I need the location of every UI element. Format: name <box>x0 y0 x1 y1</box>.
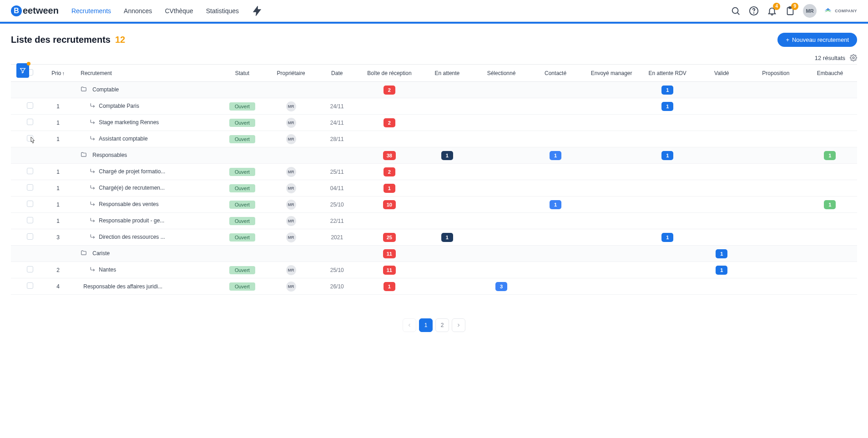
recruitment-name-cell[interactable]: Responsable des affaires juridi... <box>77 278 218 295</box>
new-recruitment-button[interactable]: + Nouveau recrutement <box>777 33 857 47</box>
row-checkbox[interactable] <box>27 184 33 191</box>
col-proprietaire[interactable]: Propriétaire <box>267 65 315 82</box>
page-2-button[interactable]: 2 <box>435 318 449 332</box>
col-attente-rdv[interactable]: En attente RDV <box>641 65 695 82</box>
stage-badge[interactable]: 1 <box>661 86 673 95</box>
owner-avatar[interactable]: MR <box>286 101 296 111</box>
table-row[interactable]: 4Responsable des affaires juridi...Ouver… <box>11 278 857 295</box>
stage-badge[interactable]: 1 <box>716 249 727 258</box>
search-icon[interactable] <box>730 5 741 16</box>
owner-avatar[interactable]: MR <box>286 232 296 242</box>
stage-badge[interactable]: 1 <box>661 233 673 242</box>
table-row[interactable]: 3Direction des ressources ...OuvertMR202… <box>11 229 857 246</box>
stage-badge[interactable]: 10 <box>383 200 396 209</box>
stage-badge[interactable]: 1 <box>661 151 673 160</box>
col-recrutement[interactable]: Recrutement <box>77 65 218 82</box>
recruitment-name-cell[interactable]: Assistant comptable <box>77 131 218 147</box>
col-embauche[interactable]: Embauché <box>803 65 857 82</box>
page-1-button[interactable]: 1 <box>419 318 433 332</box>
recruitment-name-cell[interactable]: Responsable des ventes <box>77 196 218 213</box>
table-row[interactable]: 1Chargé de projet formatio...OuvertMR25/… <box>11 164 857 180</box>
table-row[interactable]: 1Comptable ParisOuvertMR24/111 <box>11 98 857 115</box>
row-checkbox[interactable] <box>27 266 33 272</box>
col-statut[interactable]: Statut <box>218 65 267 82</box>
row-checkbox[interactable] <box>27 135 33 141</box>
stage-badge[interactable]: 25 <box>383 233 396 242</box>
recruitment-name-cell[interactable]: Nantes <box>77 262 218 278</box>
owner-avatar[interactable]: MR <box>286 167 296 177</box>
table-row[interactable]: 2NantesOuvertMR25/10111 <box>11 262 857 278</box>
recruitment-name-cell[interactable]: Cariste <box>77 246 218 262</box>
owner-avatar[interactable]: MR <box>286 265 296 275</box>
stage-badge[interactable]: 11 <box>383 266 396 275</box>
stage-badge[interactable]: 1 <box>550 151 561 160</box>
table-row[interactable]: 1Responsable des ventesOuvertMR25/101011 <box>11 196 857 213</box>
col-attente[interactable]: En attente <box>420 65 474 82</box>
recruitment-name-cell[interactable]: Stage marketing Rennes <box>77 115 218 131</box>
owner-avatar[interactable]: MR <box>286 134 296 144</box>
stage-badge[interactable]: 11 <box>383 249 396 258</box>
stage-badge[interactable]: 2 <box>384 118 395 127</box>
recruitment-name-cell[interactable]: Direction des ressources ... <box>77 229 218 246</box>
row-checkbox[interactable] <box>27 201 33 207</box>
row-checkbox[interactable] <box>27 168 33 174</box>
filter-button[interactable] <box>16 63 29 78</box>
settings-icon[interactable] <box>850 54 857 61</box>
help-icon[interactable] <box>748 5 759 16</box>
folder-row[interactable]: Cariste111 <box>11 246 857 262</box>
owner-avatar[interactable]: MR <box>286 183 296 193</box>
stage-badge[interactable]: 1 <box>441 233 453 242</box>
stage-badge[interactable]: 2 <box>384 86 395 95</box>
col-date[interactable]: Date <box>315 65 358 82</box>
col-prio[interactable]: Prio↑ <box>39 65 77 82</box>
nav-recrutements[interactable]: Recrutements <box>71 7 111 15</box>
stage-badge[interactable]: 2 <box>384 167 395 176</box>
stage-badge[interactable]: 1 <box>661 102 673 111</box>
folder-row[interactable]: Responsables381111 <box>11 147 857 164</box>
row-checkbox[interactable] <box>27 233 33 240</box>
recruitment-name-cell[interactable]: Chargé(e) de recrutemen... <box>77 180 218 196</box>
page-prev-button[interactable] <box>403 318 416 332</box>
logo[interactable]: Beetween <box>11 5 59 16</box>
folder-row[interactable]: Comptable21 <box>11 82 857 98</box>
nav-cvtheque[interactable]: CVthèque <box>165 7 193 15</box>
stage-badge[interactable]: 1 <box>824 151 836 160</box>
clipboard-icon[interactable]: 9 <box>785 5 796 16</box>
recruitment-name-cell[interactable]: Responsables <box>77 147 218 164</box>
row-checkbox[interactable] <box>27 217 33 223</box>
owner-avatar[interactable]: MR <box>286 282 296 292</box>
bell-icon[interactable]: 4 <box>767 5 777 16</box>
col-envoye[interactable]: Envoyé manager <box>583 65 641 82</box>
page-next-button[interactable] <box>452 318 465 332</box>
stage-badge[interactable]: 1 <box>824 200 836 209</box>
stage-badge[interactable]: 1 <box>716 266 727 275</box>
stage-badge[interactable]: 1 <box>384 184 395 193</box>
stage-badge[interactable]: 1 <box>550 200 561 209</box>
owner-avatar[interactable]: MR <box>286 216 296 226</box>
col-valide[interactable]: Validé <box>695 65 749 82</box>
user-avatar[interactable]: MR <box>803 4 817 18</box>
stage-badge[interactable]: 1 <box>384 282 395 291</box>
col-proposition[interactable]: Proposition <box>749 65 803 82</box>
recruitment-name-cell[interactable]: Responsable produit - ge... <box>77 213 218 229</box>
company-logo[interactable]: COMPANY <box>824 7 857 15</box>
row-checkbox[interactable] <box>27 102 33 109</box>
recruitment-name-cell[interactable]: Comptable Paris <box>77 98 218 115</box>
lightning-icon[interactable] <box>252 5 262 16</box>
recruitment-name-cell[interactable]: Comptable <box>77 82 218 98</box>
table-row[interactable]: 1Stage marketing RennesOuvertMR24/112 <box>11 115 857 131</box>
stage-badge[interactable]: 38 <box>383 151 396 160</box>
owner-avatar[interactable]: MR <box>286 118 296 128</box>
table-row[interactable]: 1Chargé(e) de recrutemen...OuvertMR04/11… <box>11 180 857 196</box>
owner-avatar[interactable]: MR <box>286 200 296 210</box>
row-checkbox[interactable] <box>27 119 33 125</box>
row-checkbox[interactable] <box>27 282 33 289</box>
col-selectionne[interactable]: Sélectionné <box>474 65 528 82</box>
recruitment-name-cell[interactable]: Chargé de projet formatio... <box>77 164 218 180</box>
nav-annonces[interactable]: Annonces <box>124 7 152 15</box>
col-boite[interactable]: Boîte de réception <box>358 65 420 82</box>
stage-badge[interactable]: 1 <box>441 151 453 160</box>
table-row[interactable]: 1Responsable produit - ge...OuvertMR22/1… <box>11 213 857 229</box>
col-contacte[interactable]: Contacté <box>529 65 583 82</box>
nav-statistiques[interactable]: Statistiques <box>206 7 239 15</box>
